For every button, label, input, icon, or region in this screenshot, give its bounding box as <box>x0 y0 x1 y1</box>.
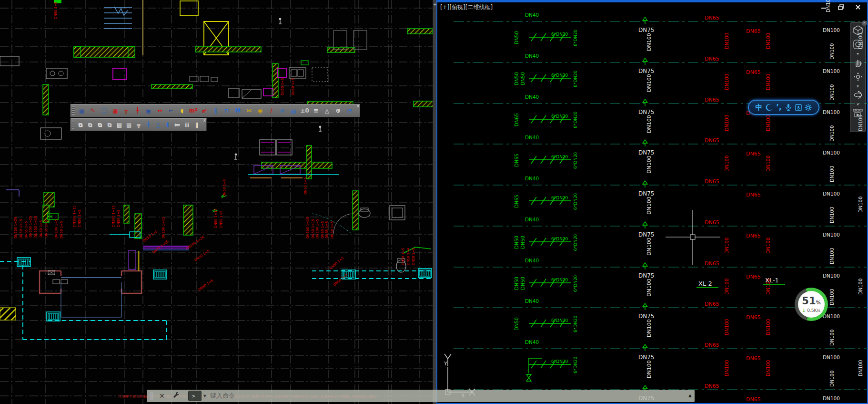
svg-text:DN100: DN100 <box>646 115 652 133</box>
command-input[interactable]: 键入命令 <box>210 392 235 400</box>
svg-text:DN75: DN75 <box>638 109 655 115</box>
svg-text:6*DN20: 6*DN20 <box>573 275 578 292</box>
svg-text:DN100: DN100 <box>823 150 840 155</box>
svg-text:DN100: DN100 <box>823 109 840 115</box>
svg-text:DN65: DN65 <box>746 28 761 34</box>
svg-text:DN65: DN65 <box>705 383 719 389</box>
svg-text:DN100: DN100 <box>829 166 835 182</box>
svg-text:DN100: DN100 <box>646 238 652 256</box>
svg-text:DN40: DN40 <box>525 298 539 304</box>
desktop: HDN100 1=25DN50 1=15DN65 1=5DN100 1=25DN… <box>0 0 868 404</box>
svg-text:6*DN20: 6*DN20 <box>551 359 568 364</box>
svg-text:DN65: DN65 <box>746 314 761 321</box>
svg-text:6*DN20: 6*DN20 <box>551 73 568 78</box>
command-bar-grip[interactable] <box>149 392 152 400</box>
settings-gear-icon[interactable] <box>805 104 812 111</box>
svg-text:6*DN20: 6*DN20 <box>573 152 578 169</box>
svg-text:6*DN20: 6*DN20 <box>573 70 578 87</box>
ime-toolbar[interactable]: 中 ’, <box>748 100 819 115</box>
showmotion-icon[interactable] <box>850 106 865 120</box>
svg-text:DN100: DN100 <box>823 191 840 197</box>
svg-text:DN100: DN100 <box>724 238 729 254</box>
wrench-icon[interactable] <box>172 392 180 400</box>
command-bar[interactable]: ✕ >_ ▼ 键入命令 ▲ <box>147 390 695 402</box>
svg-text:DN65: DN65 <box>746 396 761 403</box>
download-percent: 51% <box>802 296 820 308</box>
svg-text:DN50: DN50 <box>514 236 519 249</box>
svg-text:DN100: DN100 <box>646 197 652 215</box>
svg-text:DN100: DN100 <box>646 74 652 92</box>
svg-text:6*DN20: 6*DN20 <box>573 193 578 210</box>
svg-text:DN40: DN40 <box>525 217 539 222</box>
svg-text:DN65: DN65 <box>705 97 719 103</box>
viewport-label[interactable]: [+][俯视][二维线框] <box>440 3 493 11</box>
svg-text:DN50: DN50 <box>514 317 519 331</box>
soft-keyboard-icon[interactable] <box>795 104 802 111</box>
svg-text:DN50: DN50 <box>514 72 519 85</box>
chevron-down-icon[interactable]: ▼ <box>850 84 865 88</box>
svg-text:DN100: DN100 <box>766 238 771 254</box>
svg-text:DN100: DN100 <box>724 360 729 376</box>
svg-text:DN100: DN100 <box>724 74 729 90</box>
microphone-icon[interactable] <box>785 104 792 111</box>
chevron-down-icon[interactable]: ▼ <box>850 52 865 55</box>
viewcube-icon[interactable] <box>850 23 865 37</box>
svg-text:DN65: DN65 <box>705 301 719 307</box>
right-cad-window[interactable]: DN40DN506*DN206*DN20DN75DN100DN65DN65DN1… <box>436 0 868 404</box>
moon-icon[interactable] <box>766 104 773 111</box>
svg-text:DN65: DN65 <box>705 178 719 185</box>
svg-text:DN40: DN40 <box>525 12 539 18</box>
close-icon[interactable]: ✕ <box>159 392 165 400</box>
svg-text:DN100: DN100 <box>766 74 771 90</box>
down-arrow-icon: ↓ <box>802 308 806 313</box>
svg-text:DN100: DN100 <box>829 248 835 264</box>
steering-wheel-icon[interactable] <box>850 37 865 52</box>
svg-text:DN75: DN75 <box>638 149 655 156</box>
svg-text:DN100: DN100 <box>766 115 771 131</box>
zoom-icon[interactable] <box>850 70 865 84</box>
command-bar-collapse-icon[interactable]: ▲ <box>688 393 692 398</box>
svg-text:DN100: DN100 <box>823 395 840 401</box>
close-icon[interactable] <box>853 3 863 11</box>
svg-text:DN75: DN75 <box>638 27 655 33</box>
svg-text:DN100: DN100 <box>829 289 835 305</box>
orbit-icon[interactable] <box>850 88 865 102</box>
svg-text:DN100: DN100 <box>766 319 771 335</box>
svg-text:DN40: DN40 <box>525 258 539 263</box>
punctuation-icon[interactable]: ’, <box>776 103 781 112</box>
svg-text:DN100: DN100 <box>829 84 835 101</box>
svg-text:DN65: DN65 <box>746 355 761 362</box>
svg-text:DN40: DN40 <box>525 135 539 140</box>
svg-text:DN100: DN100 <box>724 155 729 172</box>
svg-text:DN75: DN75 <box>638 190 655 197</box>
svg-text:DN40: DN40 <box>525 176 539 181</box>
svg-text:DN100: DN100 <box>823 27 840 33</box>
svg-text:XL-2: XL-2 <box>698 280 712 287</box>
svg-text:DN50: DN50 <box>520 72 525 85</box>
svg-text:DN65: DN65 <box>705 56 719 62</box>
svg-text:DN100: DN100 <box>829 43 835 60</box>
svg-text:DN100: DN100 <box>724 319 729 335</box>
svg-text:DN100: DN100 <box>646 33 652 51</box>
pan-hand-icon[interactable] <box>850 55 865 70</box>
svg-text:DN50: DN50 <box>514 31 519 44</box>
svg-text:DN100: DN100 <box>646 155 652 174</box>
minimize-button[interactable] <box>818 3 829 11</box>
chevron-down-icon[interactable]: ▼ <box>850 102 865 106</box>
svg-text:DN100: DN100 <box>646 360 652 378</box>
svg-text:DN100: DN100 <box>766 33 771 49</box>
svg-text:6*DN20: 6*DN20 <box>551 196 568 200</box>
svg-text:DN75: DN75 <box>638 272 655 279</box>
svg-text:6*DN20: 6*DN20 <box>551 114 568 119</box>
chinese-mode-icon[interactable]: 中 <box>755 103 762 112</box>
svg-text:DN100: DN100 <box>829 207 835 223</box>
chevron-down-icon[interactable]: ▼ <box>203 394 206 398</box>
navigation-bar[interactable]: ✕ ▼ <box>850 22 866 132</box>
svg-text:DN65: DN65 <box>514 195 519 208</box>
riser-schematic-drawing: DN40DN506*DN206*DN20DN75DN100DN65DN65DN1… <box>1 0 868 404</box>
svg-text:DN50: DN50 <box>514 277 519 290</box>
svg-text:DN100: DN100 <box>858 279 863 295</box>
command-prompt-icon[interactable]: >_ <box>188 391 202 401</box>
download-progress-badge[interactable]: 51% ↓ 0.5K/s <box>795 288 828 321</box>
restore-button[interactable] <box>836 3 846 11</box>
